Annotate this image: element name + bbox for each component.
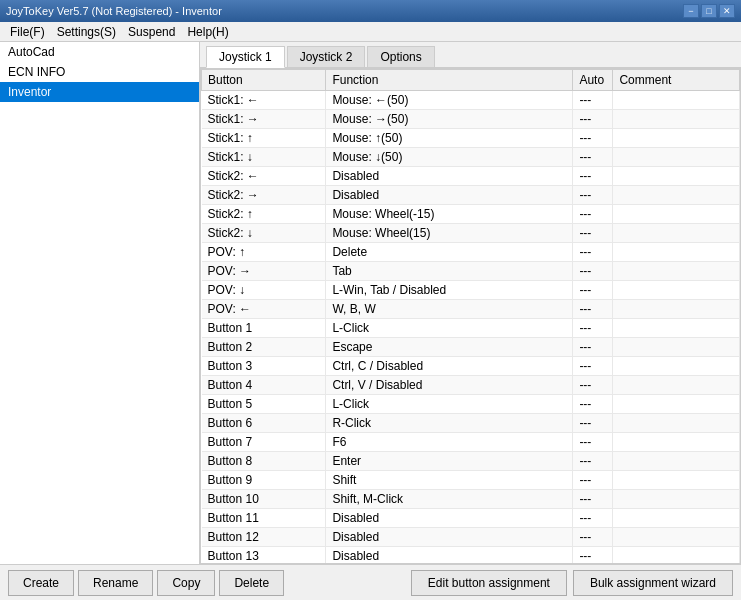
cell-comment [613,433,740,452]
cell-comment [613,319,740,338]
table-row[interactable]: Stick2: →Disabled--- [202,186,740,205]
bulk-wizard-button[interactable]: Bulk assignment wizard [573,570,733,596]
table-row[interactable]: Button 6R-Click--- [202,414,740,433]
cell-button: Button 12 [202,528,326,547]
cell-comment [613,509,740,528]
cell-auto: --- [573,376,613,395]
cell-comment [613,262,740,281]
minimize-button[interactable]: − [683,4,699,18]
titlebar-title: JoyToKey Ver5.7 (Not Registered) - Inven… [6,5,222,17]
menu-item-filef[interactable]: File(F) [4,23,51,41]
table-row[interactable]: POV: ←W, B, W--- [202,300,740,319]
tab-joystick2[interactable]: Joystick 2 [287,46,366,67]
cell-comment [613,224,740,243]
menu-item-suspend[interactable]: Suspend [122,23,181,41]
table-row[interactable]: Button 13Disabled--- [202,547,740,564]
table-row[interactable]: Stick2: ↑Mouse: Wheel(-15)--- [202,205,740,224]
cell-function: Mouse: →(50) [326,110,573,129]
cell-button: Stick1: ↓ [202,148,326,167]
cell-function: L-Win, Tab / Disabled [326,281,573,300]
cell-function: Escape [326,338,573,357]
table-row[interactable]: Button 11Disabled--- [202,509,740,528]
table-row[interactable]: Button 1L-Click--- [202,319,740,338]
cell-comment [613,490,740,509]
table-scroll[interactable]: Button Function Auto Comment Stick1: ←Mo… [201,69,740,563]
table-row[interactable]: POV: →Tab--- [202,262,740,281]
table-row[interactable]: POV: ↓L-Win, Tab / Disabled--- [202,281,740,300]
cell-button: Stick1: ↑ [202,129,326,148]
cell-function: Mouse: ↓(50) [326,148,573,167]
cell-button: Stick2: ← [202,167,326,186]
cell-function: Disabled [326,547,573,564]
table-row[interactable]: Button 12Disabled--- [202,528,740,547]
cell-auto: --- [573,547,613,564]
table-row[interactable]: Stick1: ↑Mouse: ↑(50)--- [202,129,740,148]
menu-item-helph[interactable]: Help(H) [181,23,234,41]
table-row[interactable]: Button 4Ctrl, V / Disabled--- [202,376,740,395]
cell-button: Button 9 [202,471,326,490]
cell-function: Enter [326,452,573,471]
edit-assignment-button[interactable]: Edit button assignment [411,570,567,596]
cell-button: Button 6 [202,414,326,433]
table-row[interactable]: Button 9Shift--- [202,471,740,490]
cell-button: POV: ↑ [202,243,326,262]
profile-item-inventor[interactable]: Inventor [0,82,199,102]
cell-comment [613,528,740,547]
table-body: Stick1: ←Mouse: ←(50)---Stick1: →Mouse: … [202,91,740,564]
cell-function: L-Click [326,319,573,338]
profile-item-ecninfo[interactable]: ECN INFO [0,62,199,82]
tab-joystick1[interactable]: Joystick 1 [206,46,285,68]
cell-button: Button 3 [202,357,326,376]
table-row[interactable]: Button 3Ctrl, C / Disabled--- [202,357,740,376]
cell-comment [613,186,740,205]
cell-auto: --- [573,262,613,281]
cell-auto: --- [573,186,613,205]
cell-auto: --- [573,129,613,148]
cell-function: Tab [326,262,573,281]
cell-comment [613,414,740,433]
cell-function: W, B, W [326,300,573,319]
cell-auto: --- [573,528,613,547]
menubar: File(F)Settings(S)SuspendHelp(H) [0,22,741,42]
titlebar: JoyToKey Ver5.7 (Not Registered) - Inven… [0,0,741,22]
copy-button[interactable]: Copy [157,570,215,596]
cell-comment [613,205,740,224]
close-button[interactable]: ✕ [719,4,735,18]
cell-comment [613,91,740,110]
cell-function: Mouse: Wheel(-15) [326,205,573,224]
titlebar-controls: − □ ✕ [683,4,735,18]
table-row[interactable]: POV: ↑Delete--- [202,243,740,262]
cell-auto: --- [573,224,613,243]
profile-item-autocad[interactable]: AutoCad [0,42,199,62]
col-function: Function [326,70,573,91]
cell-button: Button 10 [202,490,326,509]
cell-comment [613,167,740,186]
col-button: Button [202,70,326,91]
table-row[interactable]: Stick1: ↓Mouse: ↓(50)--- [202,148,740,167]
menu-item-settingss[interactable]: Settings(S) [51,23,122,41]
cell-function: Mouse: Wheel(15) [326,224,573,243]
col-comment: Comment [613,70,740,91]
maximize-button[interactable]: □ [701,4,717,18]
table-row[interactable]: Button 8Enter--- [202,452,740,471]
cell-auto: --- [573,205,613,224]
table-row[interactable]: Button 2Escape--- [202,338,740,357]
table-row[interactable]: Stick2: ↓Mouse: Wheel(15)--- [202,224,740,243]
create-button[interactable]: Create [8,570,74,596]
rename-button[interactable]: Rename [78,570,153,596]
table-row[interactable]: Button 10Shift, M-Click--- [202,490,740,509]
cell-auto: --- [573,281,613,300]
cell-comment [613,110,740,129]
cell-function: Disabled [326,186,573,205]
tab-options[interactable]: Options [367,46,434,67]
delete-button[interactable]: Delete [219,570,284,596]
table-row[interactable]: Stick1: →Mouse: →(50)--- [202,110,740,129]
right-action-buttons: Edit button assignment Bulk assignment w… [411,570,733,596]
table-row[interactable]: Stick1: ←Mouse: ←(50)--- [202,91,740,110]
cell-auto: --- [573,338,613,357]
table-row[interactable]: Button 7F6--- [202,433,740,452]
cell-function: Delete [326,243,573,262]
table-row[interactable]: Button 5L-Click--- [202,395,740,414]
cell-function: Disabled [326,167,573,186]
table-row[interactable]: Stick2: ←Disabled--- [202,167,740,186]
